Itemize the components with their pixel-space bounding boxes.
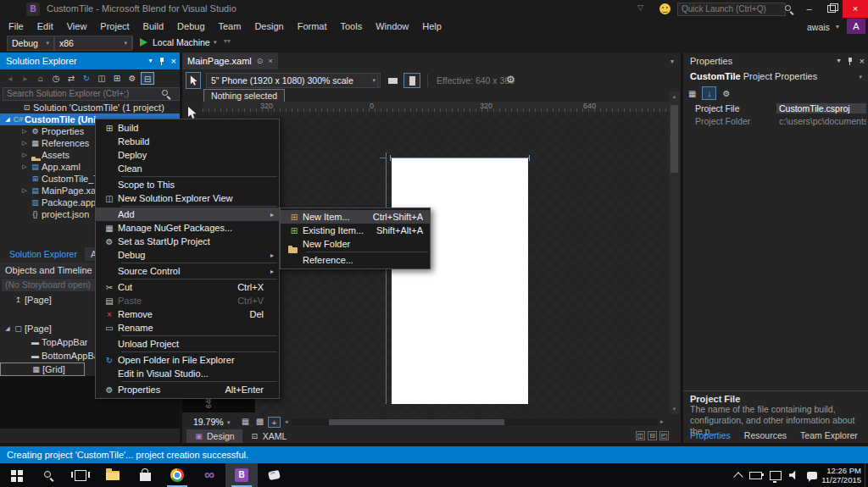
landscape-orientation-button[interactable] (384, 73, 401, 88)
menu-item[interactable]: Debug (170, 19, 211, 34)
wrench-icon[interactable]: ⚙ (722, 89, 730, 98)
menu-item[interactable]: View (60, 19, 94, 34)
context-menu-item[interactable]: × Remove Del ▸ (96, 307, 279, 321)
show-grid-icon[interactable]: ▩ (253, 417, 266, 426)
quick-launch-input[interactable]: Quick Launch (Ctrl+Q) (677, 3, 786, 16)
chrome-button[interactable] (161, 463, 193, 487)
device-dropdown[interactable]: 5" Phone (1920 x 1080) 300% scale▾ (206, 73, 381, 88)
platform-dropdown[interactable]: x86▾ (54, 36, 132, 51)
expander-icon[interactable]: ▷ (20, 163, 29, 170)
panel-tab[interactable]: Team Explorer (800, 429, 858, 442)
scroll-up-icon[interactable]: ▴ (669, 93, 680, 100)
expander-icon[interactable]: ▷ (20, 140, 29, 147)
scroll-left-icon[interactable]: ◂ (285, 418, 288, 425)
context-menu-item[interactable]: Deploy ▸ (96, 148, 279, 162)
expand-collapse-pane-icon[interactable]: ◰ (659, 431, 669, 440)
context-menu-item[interactable]: ▸ (121, 351, 277, 352)
scroll-right-icon[interactable]: ▸ (660, 418, 664, 425)
signed-in-user[interactable]: awais (807, 22, 830, 32)
show-all-files-icon[interactable]: ◫ (95, 72, 108, 85)
context-menu-item[interactable]: Debug ▸ (96, 248, 279, 262)
context-menu-item[interactable]: Scope to This ▸ (96, 178, 279, 191)
sync-selection-icon[interactable]: ⇄ (64, 72, 78, 85)
scroll-down-icon[interactable]: ▾ (669, 406, 680, 412)
zoom-level[interactable]: 19.79% (193, 417, 224, 427)
menu-item[interactable]: Edit (31, 19, 60, 34)
view-tab[interactable]: ▣ Design (186, 429, 242, 443)
task-view-button[interactable] (64, 463, 97, 487)
context-menu-item[interactable]: ▦ Manage NuGet Packages... ▸ (96, 221, 279, 235)
document-well-dropdown-icon[interactable]: ▾ (670, 58, 674, 65)
scrollbar-thumb[interactable] (670, 105, 678, 173)
close-tab-icon[interactable]: × (268, 57, 272, 65)
forward-icon[interactable]: ▸ (19, 72, 32, 85)
close-icon[interactable]: × (860, 53, 865, 69)
taskbar-search-button[interactable] (32, 463, 64, 487)
restore-button[interactable] (821, 0, 842, 18)
menu-item[interactable]: Team (212, 19, 248, 34)
network-icon[interactable] (770, 471, 782, 480)
submenu-item[interactable] (306, 252, 428, 252)
context-menu-item[interactable]: ▸ (121, 263, 277, 263)
minimize-button[interactable]: – (798, 0, 820, 18)
search-icon[interactable] (784, 4, 794, 14)
vertical-scrollbar[interactable]: ▴ ▾ (669, 91, 680, 414)
context-menu-item[interactable]: ⚙ Set as StartUp Project ▸ (96, 235, 279, 248)
gear-icon[interactable]: ⚙ (506, 74, 515, 86)
categorized-view-icon[interactable]: ▦ (688, 89, 696, 98)
alphabetical-sort-icon[interactable]: ↓ (702, 86, 716, 100)
submenu-item[interactable]: Reference... (281, 253, 430, 267)
menu-item[interactable]: Help (415, 19, 448, 34)
window-position-icon[interactable]: ▾ (149, 53, 153, 69)
context-menu-item[interactable]: ▸ (121, 335, 277, 336)
solution-search-input[interactable]: Search Solution Explorer (Ctrl+;) (3, 87, 180, 101)
property-row[interactable]: Project Folder c:\users\pc\documents\vis (683, 114, 868, 127)
menu-item[interactable]: Build (136, 19, 170, 34)
taskbar-clock[interactable]: 12:26 PM 11/27/2015 (821, 466, 861, 484)
visual-studio-button[interactable]: ∞ (193, 463, 225, 487)
snipping-tool-button[interactable] (258, 463, 290, 487)
menu-item[interactable]: File (2, 19, 31, 34)
artboard[interactable] (392, 158, 528, 404)
context-menu-item[interactable]: ▸ (121, 206, 277, 207)
menu-item[interactable]: Format (291, 19, 334, 34)
split-vertical-icon[interactable]: ◫ (636, 431, 645, 440)
chevron-down-icon[interactable]: ▾ (227, 419, 231, 426)
context-menu-item[interactable]: ◫ New Solution Explorer View ▸ (96, 191, 279, 205)
show-desktop-button[interactable] (865, 463, 868, 487)
expander-icon[interactable]: ◢ (3, 325, 12, 332)
split-horizontal-icon[interactable]: ⊟ (648, 431, 657, 440)
context-menu-item[interactable]: ▤ Paste Ctrl+V ▸ (96, 294, 279, 307)
objects-tree-item[interactable]: ▦ [Grid] (0, 362, 85, 376)
portrait-orientation-button[interactable] (403, 73, 420, 88)
panel-tab[interactable]: Resources (744, 429, 787, 442)
context-menu-item[interactable]: ▸ (121, 176, 277, 177)
view-tab[interactable]: ⊡ XAML (242, 429, 295, 443)
expander-icon[interactable]: ▷ (20, 152, 29, 158)
search-icon[interactable] (161, 89, 171, 99)
menu-item[interactable]: Tools (334, 19, 370, 34)
pin-icon[interactable] (846, 57, 854, 66)
context-menu-item[interactable]: ▸ (121, 279, 277, 279)
send-smile-icon[interactable] (659, 3, 670, 14)
panel-tab[interactable]: Properties (690, 429, 731, 442)
back-icon[interactable]: ◂ (3, 72, 17, 85)
preview-icon[interactable]: ⊞ (110, 72, 124, 85)
properties-header[interactable]: Properties ▾ × (683, 53, 868, 69)
battery-icon[interactable] (749, 472, 762, 479)
context-menu-item[interactable]: Clean ▸ (96, 162, 279, 175)
panel-tab[interactable]: Solution Explorer (3, 247, 83, 261)
scrollbar-thumb[interactable] (329, 419, 504, 425)
debug-target-button[interactable]: Local Machine (153, 37, 210, 47)
blend-button[interactable]: B (225, 463, 258, 487)
chevron-down-icon[interactable]: ▾ (859, 74, 862, 80)
submenu-item[interactable]: New Folder (281, 237, 430, 251)
chevron-down-icon[interactable]: ▾ (214, 39, 217, 46)
window-position-icon[interactable]: ▾ (837, 53, 841, 69)
home-icon[interactable]: ⌂ (34, 72, 47, 85)
volume-icon[interactable] (789, 470, 799, 480)
context-menu-item[interactable]: ↻ Open Folder in File Explorer ▸ (96, 353, 279, 367)
avatar[interactable]: A (847, 19, 865, 35)
menu-item[interactable]: Project (93, 19, 136, 34)
notifications-icon[interactable] (807, 472, 817, 479)
